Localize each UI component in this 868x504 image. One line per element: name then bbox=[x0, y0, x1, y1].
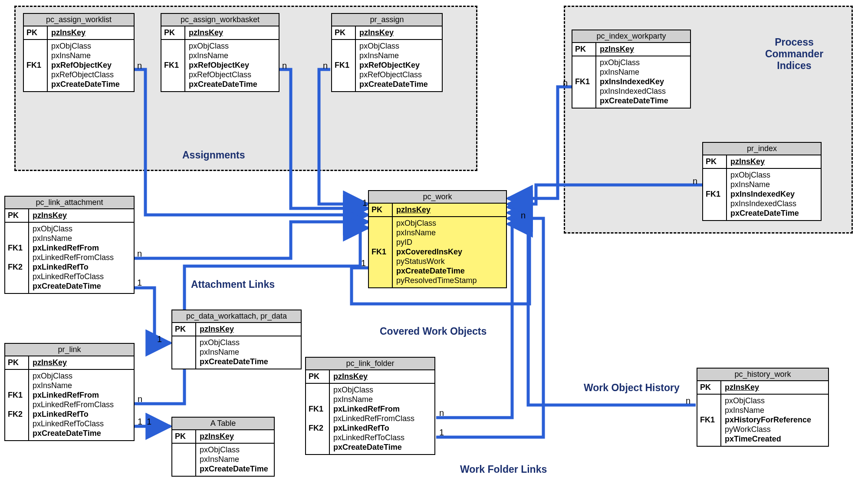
entity-header: A Table bbox=[172, 418, 274, 430]
pk-keycol: PK bbox=[306, 370, 330, 383]
folder-links-label: Work Folder Links bbox=[460, 464, 547, 475]
entity-pc-data-workattach: pc_data_workattach, pr_dataPKpzInsKeypxO… bbox=[171, 310, 302, 369]
fields-keycol: FK1 bbox=[703, 169, 727, 220]
pk-keycol: PK bbox=[332, 26, 356, 39]
entity-header: pc_index_workparty bbox=[572, 30, 690, 43]
fields-keycol: FK1 bbox=[697, 395, 721, 446]
pk-keycol: PK bbox=[172, 323, 196, 336]
fields-keycol: FK1FK2 bbox=[306, 384, 330, 454]
card-history-n: n bbox=[686, 396, 690, 406]
card-folder-n: n bbox=[439, 408, 444, 418]
entity-pc-assign-workbasket: pc_assign_workbasketPKpzInsKeyFK1pxObjCl… bbox=[161, 13, 279, 92]
fields-keycol bbox=[172, 336, 196, 369]
pk-valcol: pzInsKey bbox=[330, 370, 434, 383]
card-worklist-n: n bbox=[137, 61, 142, 71]
pk-valcol: pzInsKey bbox=[196, 323, 301, 336]
fields-valcol: pxObjClasspxInsNamepxRefObjectKeypxRefOb… bbox=[356, 40, 442, 91]
entity-pc-link-folder: pc_link_folderPKpzInsKeyFK1FK2pxObjClass… bbox=[305, 357, 435, 455]
assignments-label: Assignments bbox=[182, 149, 245, 161]
fields-valcol: pxObjClasspxInsNamepxLinkedRefFrompxLink… bbox=[29, 370, 134, 440]
card-work-1a: 1 bbox=[362, 198, 367, 208]
pk-keycol: PK bbox=[572, 43, 596, 56]
entity-header: pc_data_workattach, pr_data bbox=[172, 310, 301, 323]
entity-pc-link-attachment: pc_link_attachmentPKpzInsKeyFK1FK2pxObjC… bbox=[4, 196, 135, 294]
entity-pc-assign-worklist: pc_assign_worklistPKpzInsKeyFK1pxObjClas… bbox=[23, 13, 135, 92]
entity-pr-link: pr_linkPKpzInsKeyFK1FK2pxObjClasspxInsNa… bbox=[4, 343, 135, 441]
fields-keycol: FK1 bbox=[572, 56, 596, 108]
indices-label: Process Commander Indices bbox=[749, 36, 840, 72]
pk-valcol: pzInsKey bbox=[29, 209, 134, 222]
entity-header: pc_assign_workbasket bbox=[161, 14, 279, 26]
pk-keycol: PK bbox=[697, 381, 721, 394]
fields-valcol: pxObjClasspxInsNamepxCreateDateTime bbox=[196, 444, 274, 476]
card-workattach-1: 1 bbox=[157, 334, 162, 344]
fields-keycol: FK1 bbox=[24, 40, 48, 91]
entity-pc-history-work: pc_history_workPKpzInsKeyFK1pxObjClasspx… bbox=[697, 368, 829, 447]
pk-valcol: pzInsKey bbox=[29, 356, 134, 369]
pk-keycol: PK bbox=[369, 204, 393, 216]
fields-valcol: pxObjClasspxInsNamepxLinkedRefFrompxLink… bbox=[330, 384, 434, 454]
card-work-n: n bbox=[521, 211, 526, 221]
pk-valcol: pzInsKey bbox=[356, 26, 442, 39]
entity-header: pr_assign bbox=[332, 14, 442, 26]
pk-keycol: PK bbox=[24, 26, 48, 39]
fields-keycol: FK1FK2 bbox=[5, 223, 29, 293]
fields-valcol: pxObjClasspxInsNamepxInsIndexedKeypxInsI… bbox=[596, 56, 690, 108]
pk-valcol: pzInsKey bbox=[196, 430, 274, 443]
entity-header: pc_link_folder bbox=[306, 358, 434, 370]
fields-valcol: pxObjClasspxInsNamepxRefObjectKeypxRefOb… bbox=[48, 40, 134, 91]
pk-valcol: pzInsKey bbox=[727, 155, 821, 168]
fields-valcol: pxObjClasspxInsNamepxInsIndexedKeypxInsI… bbox=[727, 169, 821, 220]
fields-valcol: pxObjClasspxInsNamepxHistoryForReference… bbox=[721, 395, 828, 446]
card-folder-1: 1 bbox=[439, 428, 444, 438]
entity-header: pr_index bbox=[703, 143, 821, 155]
entity-header: pc_history_work bbox=[697, 369, 828, 381]
entity-header: pc_assign_worklist bbox=[24, 14, 134, 26]
card-prlink-1b: 1 bbox=[147, 417, 151, 427]
fields-valcol: pxObjClasspxInsNamepxCreateDateTime bbox=[196, 336, 301, 369]
pk-keycol: PK bbox=[703, 155, 727, 168]
fields-valcol: pxObjClasspxInsNamepyIDpxCoveredInsKeypy… bbox=[393, 217, 506, 287]
fields-valcol: pxObjClasspxInsNamepxRefObjectKeypxRefOb… bbox=[185, 40, 279, 91]
history-label: Work Object History bbox=[584, 382, 680, 394]
card-prindex-n: n bbox=[693, 176, 697, 186]
entity-pc-index-workparty: pc_index_workpartyPKpzInsKeyFK1pxObjClas… bbox=[572, 30, 691, 109]
card-workparty-n: n bbox=[563, 78, 568, 88]
entity-header: pc_work bbox=[369, 191, 506, 204]
pk-valcol: pzInsKey bbox=[393, 204, 506, 216]
entity-pr-assign: pr_assignPKpzInsKeyFK1pxObjClasspxInsNam… bbox=[331, 13, 443, 92]
pk-valcol: pzInsKey bbox=[48, 26, 134, 39]
fields-valcol: pxObjClasspxInsNamepxLinkedRefFrompxLink… bbox=[29, 223, 134, 293]
entity-pr-index: pr_indexPKpzInsKeyFK1pxObjClasspxInsName… bbox=[702, 142, 822, 221]
entity-pc-work: pc_workPKpzInsKeyFK1pxObjClasspxInsNamep… bbox=[368, 190, 507, 288]
covered-label: Covered Work Objects bbox=[380, 326, 487, 337]
fields-keycol: FK1 bbox=[161, 40, 185, 91]
pk-keycol: PK bbox=[172, 430, 196, 443]
entity-header: pc_link_attachment bbox=[5, 197, 134, 209]
fields-keycol bbox=[172, 444, 196, 476]
card-prlink-1a: 1 bbox=[138, 417, 142, 427]
entity-a-table: A TablePKpzInsKeypxObjClasspxInsNamepxCr… bbox=[171, 417, 275, 477]
pk-valcol: pzInsKey bbox=[721, 381, 828, 394]
card-linkattach-n: n bbox=[137, 249, 142, 259]
pk-valcol: pzInsKey bbox=[596, 43, 690, 56]
pk-valcol: pzInsKey bbox=[185, 26, 279, 39]
fields-keycol: FK1FK2 bbox=[5, 370, 29, 440]
card-work-1b: 1 bbox=[361, 258, 366, 268]
pk-keycol: PK bbox=[5, 356, 29, 369]
pk-keycol: PK bbox=[161, 26, 185, 39]
fields-keycol: FK1 bbox=[332, 40, 356, 91]
card-prlink-n: n bbox=[138, 394, 142, 404]
attachment-links-label: Attachment Links bbox=[191, 279, 275, 290]
card-linkattach-1: 1 bbox=[137, 278, 142, 288]
fields-keycol: FK1 bbox=[369, 217, 393, 287]
card-prassign-n: n bbox=[323, 61, 328, 71]
entity-header: pr_link bbox=[5, 344, 134, 356]
card-workbasket-n: n bbox=[282, 61, 287, 71]
pk-keycol: PK bbox=[5, 209, 29, 222]
